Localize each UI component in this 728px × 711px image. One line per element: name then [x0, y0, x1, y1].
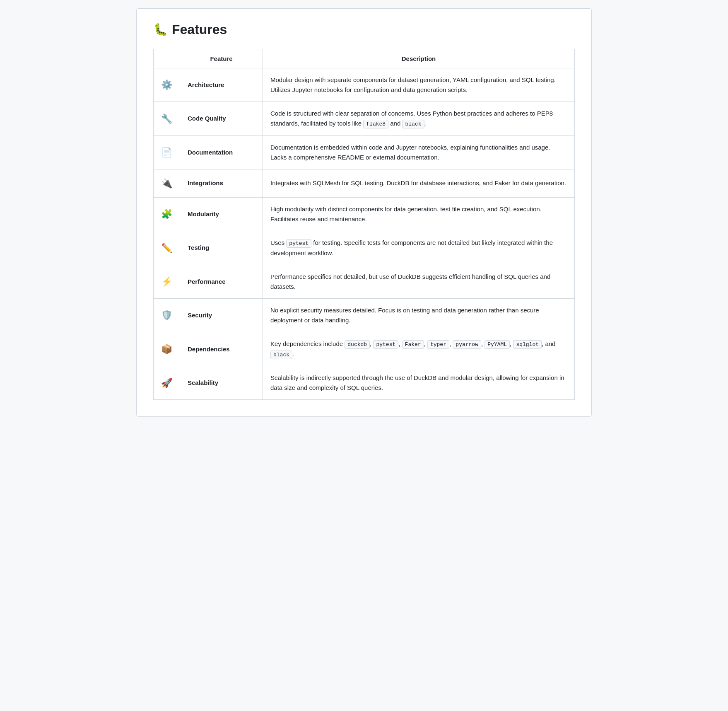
feature-description: No explicit security measures detailed. …: [263, 298, 575, 332]
feature-icon: ✏️: [154, 231, 180, 265]
feature-description: Key dependencies include duckdb, pytest,…: [263, 332, 575, 366]
feature-name: Integrations: [180, 169, 263, 197]
feature-description: Integrates with SQLMesh for SQL testing,…: [263, 169, 575, 197]
table-row: ⚙️ArchitectureModular design with separa…: [154, 68, 575, 102]
feature-name: Modularity: [180, 197, 263, 231]
feature-description: High modularity with distinct components…: [263, 197, 575, 231]
inline-code: pytest: [286, 239, 311, 248]
page-container: 🐛 Features Feature Description ⚙️Archite…: [136, 8, 592, 417]
inline-code: flake8: [363, 120, 388, 128]
col-header-icon: [154, 49, 180, 68]
feature-icon: ⚡: [154, 265, 180, 298]
feature-icon: 📄: [154, 135, 180, 169]
feature-icon: 🚀: [154, 366, 180, 400]
page-title-icon: 🐛: [153, 23, 168, 36]
feature-name: Testing: [180, 231, 263, 265]
feature-icon: 🧩: [154, 197, 180, 231]
table-row: 📄DocumentationDocumentation is embedded …: [154, 135, 575, 169]
col-header-description: Description: [263, 49, 575, 68]
inline-code: sqlglot: [513, 340, 542, 349]
table-row: 🔌IntegrationsIntegrates with SQLMesh for…: [154, 169, 575, 197]
table-row: 📦DependenciesKey dependencies include du…: [154, 332, 575, 366]
feature-description: Modular design with separate components …: [263, 68, 575, 102]
feature-name: Scalability: [180, 366, 263, 400]
feature-icon: 🔌: [154, 169, 180, 197]
feature-icon: 🔧: [154, 102, 180, 136]
feature-name: Architecture: [180, 68, 263, 102]
page-header: 🐛 Features: [153, 22, 575, 37]
inline-code: pyarrow: [453, 340, 481, 349]
inline-code: duckdb: [345, 340, 370, 349]
feature-name: Security: [180, 298, 263, 332]
feature-name: Code Quality: [180, 102, 263, 136]
feature-name: Dependencies: [180, 332, 263, 366]
page-title: Features: [172, 22, 227, 37]
table-row: ⚡PerformancePerformance specifics not de…: [154, 265, 575, 298]
table-row: ✏️TestingUses pytest for testing. Specif…: [154, 231, 575, 265]
table-row: 🧩ModularityHigh modularity with distinct…: [154, 197, 575, 231]
inline-code: pytest: [373, 340, 398, 349]
feature-icon: 🛡️: [154, 298, 180, 332]
table-row: 🚀ScalabilityScalability is indirectly su…: [154, 366, 575, 400]
feature-icon: ⚙️: [154, 68, 180, 102]
inline-code: Faker: [402, 340, 424, 349]
feature-description: Uses pytest for testing. Specific tests …: [263, 231, 575, 265]
feature-icon: 📦: [154, 332, 180, 366]
feature-name: Documentation: [180, 135, 263, 169]
inline-code: black: [402, 120, 424, 128]
inline-code: black: [270, 351, 292, 359]
features-table: Feature Description ⚙️ArchitectureModula…: [153, 49, 575, 400]
feature-name: Performance: [180, 265, 263, 298]
inline-code: PyYAML: [485, 340, 510, 349]
feature-description: Documentation is embedded within code an…: [263, 135, 575, 169]
table-header-row: Feature Description: [154, 49, 575, 68]
inline-code: typer: [427, 340, 449, 349]
feature-description: Performance specifics not detailed, but …: [263, 265, 575, 298]
feature-description: Code is structured with clear separation…: [263, 102, 575, 136]
table-row: 🛡️SecurityNo explicit security measures …: [154, 298, 575, 332]
table-row: 🔧Code QualityCode is structured with cle…: [154, 102, 575, 136]
col-header-feature: Feature: [180, 49, 263, 68]
feature-description: Scalability is indirectly supported thro…: [263, 366, 575, 400]
